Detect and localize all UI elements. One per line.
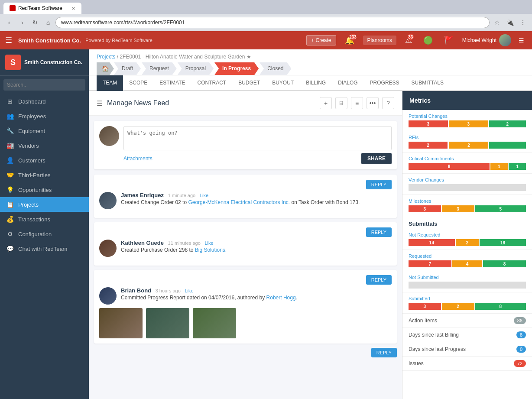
metric-label: Vendor Changes [409, 177, 526, 182]
metric-days-billing: Days since last Billing 8 [402, 328, 532, 342]
user-menu[interactable]: Michael Wright [462, 34, 511, 46]
post2-like-btn[interactable]: Like [204, 240, 213, 246]
menu-icon[interactable]: ☰ [5, 36, 12, 45]
issues-badge: 72 [514, 360, 526, 367]
feed-item-post2: REPLY Kathleen Guede 11 minutes ago Like [94, 222, 397, 266]
display-btn[interactable]: 🖥 [335, 97, 347, 109]
tab-progress[interactable]: PROGRESS [364, 75, 405, 91]
metric-milestones: Milestones 3 3 5 [402, 195, 532, 216]
filter-btn[interactable]: ≡ [351, 97, 363, 109]
brand-logo: S [5, 55, 21, 70]
url-text: www.redteamsoftware.com/rts/#/workorders… [61, 19, 185, 26]
reply-btn-post4[interactable]: REPLY [371, 348, 397, 357]
compose-textarea[interactable] [123, 126, 392, 150]
metric-label: Submitted [409, 296, 526, 301]
stage-in-progress[interactable]: In Progress [214, 62, 259, 75]
back-btn[interactable]: ‹ [3, 17, 15, 28]
tab-contract[interactable]: CONTRACT [191, 75, 232, 91]
settings-btn[interactable]: ⋮ [517, 17, 529, 28]
post1-like-btn[interactable]: Like [200, 193, 208, 198]
sidebar-item-label: Vendors [18, 143, 39, 149]
reply-btn-post2[interactable]: REPLY [366, 227, 392, 237]
bar-green: 1 [509, 163, 526, 170]
tab-team[interactable]: TEAM [97, 75, 123, 91]
flag-btn[interactable]: 🚩 [444, 36, 454, 45]
stage-proposal[interactable]: Proposal [178, 62, 214, 75]
extension-btn[interactable]: 🔌 [504, 17, 516, 28]
photo-thumb-1[interactable] [99, 308, 143, 338]
sidebar-item-dashboard[interactable]: ⊞ Dashboard [0, 94, 89, 109]
alerts-btn[interactable]: ⚠ 33 [405, 36, 412, 45]
metric-days-progress: Days since last Progress 0 [402, 342, 532, 357]
reload-btn[interactable]: ↻ [29, 17, 41, 28]
sidebar-item-chat[interactable]: 💬 Chat with RedTeam [0, 241, 89, 256]
sidebar-item-projects[interactable]: 📋 Projects [0, 197, 89, 212]
sidebar-item-vendors[interactable]: 🏭 Vendors [0, 138, 89, 153]
tab-dialog[interactable]: DIALOG [332, 75, 363, 91]
tab-submittals[interactable]: SUBMITTALS [405, 75, 450, 91]
home-btn[interactable]: ⌂ [42, 17, 54, 28]
sidebar-item-transactions[interactable]: 💰 Transactions [0, 212, 89, 227]
vendors-icon: 🏭 [6, 142, 14, 149]
photo-thumb-2[interactable] [146, 308, 189, 338]
bar-red: 8 [409, 163, 490, 170]
sidebar-item-opportunities[interactable]: 💡 Opportunities [0, 182, 89, 197]
stage-home-btn[interactable]: 🏠 [97, 62, 114, 75]
post3-avatar [99, 287, 117, 305]
create-btn[interactable]: + Create [306, 35, 336, 45]
metric-label: RFIs [409, 135, 526, 140]
add-post-btn[interactable]: + [320, 97, 332, 109]
customers-icon: 👤 [6, 157, 14, 164]
forward-btn[interactable]: › [16, 17, 28, 28]
tab-bar: TEAM SCOPE ESTIMATE CONTRACT BUDGET BUYO… [89, 75, 532, 91]
sidebar-item-equipment[interactable]: 🔧 Equipment [0, 123, 89, 138]
post1-link[interactable]: George-McKenna Electrical Contractors In… [188, 199, 290, 205]
tab-scope[interactable]: SCOPE [123, 75, 153, 91]
metric-critical-commitments: Critical Commitments 8 1 1 [402, 152, 532, 174]
planrooms-btn[interactable]: Planrooms [363, 36, 396, 45]
browser-tab[interactable]: RedTeam Software ✕ [3, 3, 81, 14]
tab-budget[interactable]: BUDGET [232, 75, 266, 91]
bar-red: 3 [409, 205, 441, 212]
photo-thumb-3[interactable] [193, 308, 236, 338]
breadcrumb-project-id: 2FE0001 - Hilton Anatole Water and Sculp… [120, 54, 245, 60]
stage-closed[interactable]: Closed [260, 62, 291, 75]
stage-request[interactable]: Request [142, 62, 177, 75]
help-btn[interactable]: ? [382, 97, 394, 109]
metric-label: Not Requested [409, 232, 526, 237]
attachments-link[interactable]: Attachments [123, 156, 152, 162]
tab-estimate[interactable]: ESTIMATE [153, 75, 191, 91]
sidebar-item-configuration[interactable]: ⚙ Configuration [0, 227, 89, 241]
post2-link[interactable]: Big Solutions. [195, 247, 227, 253]
search-input[interactable] [3, 79, 85, 91]
stage-draft[interactable]: Draft [114, 62, 141, 75]
sidebar-item-customers[interactable]: 👤 Customers [0, 153, 89, 168]
post3-link[interactable]: Robert Hogg [266, 295, 296, 301]
sidebar-item-employees[interactable]: 👥 Employees [0, 109, 89, 123]
breadcrumb-projects-link[interactable]: Projects [97, 54, 115, 60]
sidebar-item-third-parties[interactable]: 🤝 Third-Parties [0, 168, 89, 182]
topbar-menu-btn[interactable]: ☰ [516, 35, 527, 46]
hamburger-icon[interactable]: ☰ [97, 99, 103, 107]
address-bar[interactable]: www.redteamsoftware.com/rts/#/workorders… [55, 17, 490, 28]
transactions-icon: 💰 [6, 216, 14, 223]
notification-badge: 233 [349, 33, 357, 41]
tab-buyout[interactable]: BUYOUT [266, 75, 300, 91]
bookmark-btn[interactable]: ☆ [491, 17, 503, 28]
post3-time: 3 hours ago [156, 288, 181, 293]
reply-btn-post1[interactable]: REPLY [366, 180, 392, 189]
sidebar-item-label: Transactions [18, 216, 50, 223]
bar-red: 3 [409, 120, 448, 127]
tab-close-btn[interactable]: ✕ [71, 6, 75, 11]
favorite-star[interactable]: ★ [247, 54, 251, 60]
metric-not-requested: Not Requested 14 2 18 [402, 229, 532, 250]
tab-billing[interactable]: BILLING [300, 75, 332, 91]
post3-like-btn[interactable]: Like [185, 288, 193, 293]
status-icon[interactable]: 🟢 [423, 36, 433, 45]
sidebar-item-label: Dashboard [18, 98, 46, 105]
more-btn[interactable]: ••• [367, 97, 379, 109]
share-btn[interactable]: SHARE [361, 153, 392, 164]
third-parties-icon: 🤝 [6, 172, 14, 178]
notifications-btn[interactable]: 🔔 233 [345, 36, 354, 45]
reply-btn-post3[interactable]: REPLY [366, 275, 392, 285]
